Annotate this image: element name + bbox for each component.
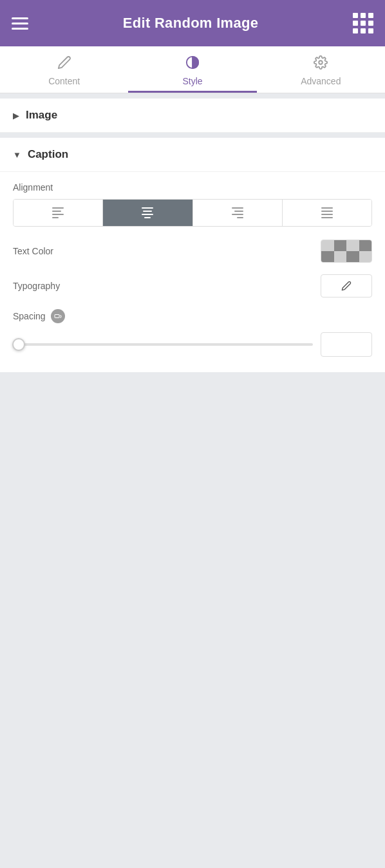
align-justify-button[interactable] (282, 200, 371, 226)
color-cell-1 (321, 240, 334, 251)
color-cell-2 (334, 240, 347, 251)
tab-advanced[interactable]: Advanced (257, 46, 385, 93)
align-right-icon (232, 207, 243, 218)
align-center-button[interactable] (102, 200, 192, 226)
spacing-label: Spacing (13, 311, 46, 321)
spacing-slider[interactable] (13, 343, 313, 346)
color-cell-3 (346, 240, 359, 251)
gear-icon (314, 55, 328, 73)
section-divider-top (0, 93, 385, 99)
header: Edit Random Image (0, 0, 385, 46)
page-title: Edit Random Image (123, 15, 258, 32)
text-color-label: Text Color (13, 246, 53, 256)
spacing-label-row: Spacing (13, 309, 372, 323)
align-left-button[interactable] (14, 200, 102, 226)
circle-half-icon (185, 55, 200, 73)
typography-edit-button[interactable] (321, 274, 372, 297)
align-center-icon (142, 207, 153, 218)
tab-content[interactable]: Content (0, 46, 128, 93)
align-left-icon (52, 207, 64, 218)
tabs-bar: Content Style Advanced (0, 46, 385, 93)
grid-icon[interactable] (353, 13, 373, 33)
color-cell-8 (359, 251, 372, 262)
image-section-title: Image (26, 109, 57, 122)
image-arrow-icon: ▶ (13, 111, 19, 120)
tab-style[interactable]: Style (128, 46, 256, 93)
tab-advanced-label: Advanced (301, 76, 341, 86)
pencil-edit-icon (341, 281, 352, 291)
section-divider-caption (0, 133, 385, 138)
typography-label: Typography (13, 281, 60, 291)
hamburger-icon[interactable] (12, 14, 28, 33)
caption-section-title: Caption (28, 148, 68, 161)
image-section-header[interactable]: ▶ Image (0, 99, 385, 133)
pencil-icon (57, 55, 71, 73)
responsive-icon (54, 312, 62, 320)
svg-point-1 (319, 61, 323, 64)
tab-content-label: Content (48, 76, 80, 86)
svg-rect-2 (55, 315, 59, 318)
slider-thumb[interactable] (12, 338, 25, 351)
alignment-group (13, 199, 372, 227)
spacing-responsive-icon[interactable] (51, 309, 65, 323)
caption-arrow-icon: ▼ (13, 150, 21, 160)
color-cell-6 (334, 251, 347, 262)
align-justify-icon (321, 207, 333, 218)
typography-row: Typography (13, 274, 372, 297)
align-right-button[interactable] (192, 200, 282, 226)
spacing-value-input[interactable] (321, 332, 372, 357)
text-color-row: Text Color (13, 240, 372, 263)
text-color-swatch[interactable] (321, 240, 372, 263)
caption-content: Alignment Text Color (0, 172, 385, 372)
color-cell-4 (359, 240, 372, 251)
slider-track (13, 343, 313, 346)
color-cell-5 (321, 251, 334, 262)
tab-style-label: Style (182, 76, 202, 86)
color-cell-7 (346, 251, 359, 262)
gray-area (0, 372, 385, 681)
spacing-slider-row (13, 332, 372, 357)
caption-section-header[interactable]: ▼ Caption (0, 138, 385, 172)
alignment-label: Alignment (13, 182, 372, 193)
